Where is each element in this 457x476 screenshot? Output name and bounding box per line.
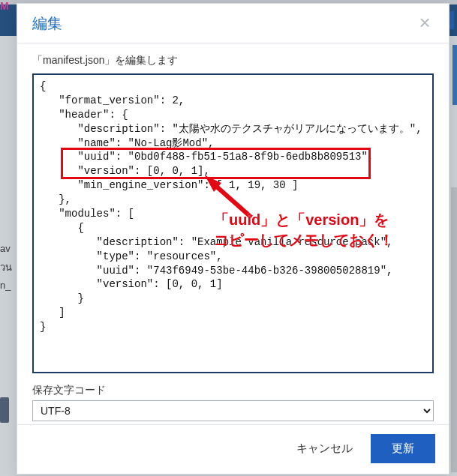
cancel-button[interactable]: キャンセル (292, 436, 357, 462)
editor-container: 「uuid」と「version」を コピーしてメモしておく！ (32, 73, 434, 373)
modal-body: 「manifest.json」を編集します 「uuid」と「version」を … (17, 43, 449, 424)
modal-subtitle: 「manifest.json」を編集します (32, 54, 434, 67)
update-button[interactable]: 更新 (371, 434, 435, 463)
modal-title: 編集 (32, 13, 62, 34)
modal-header: 編集 × (17, 4, 449, 43)
edit-modal: 編集 × 「manifest.json」を編集します 「uuid」と「versi… (17, 3, 449, 475)
close-icon[interactable]: × (414, 13, 435, 34)
modal-footer: キャンセル 更新 (17, 424, 449, 474)
encoding-select[interactable]: UTF-8 (32, 400, 434, 421)
encoding-label: 保存文字コード (32, 384, 434, 397)
manifest-json-editor[interactable] (35, 76, 431, 370)
